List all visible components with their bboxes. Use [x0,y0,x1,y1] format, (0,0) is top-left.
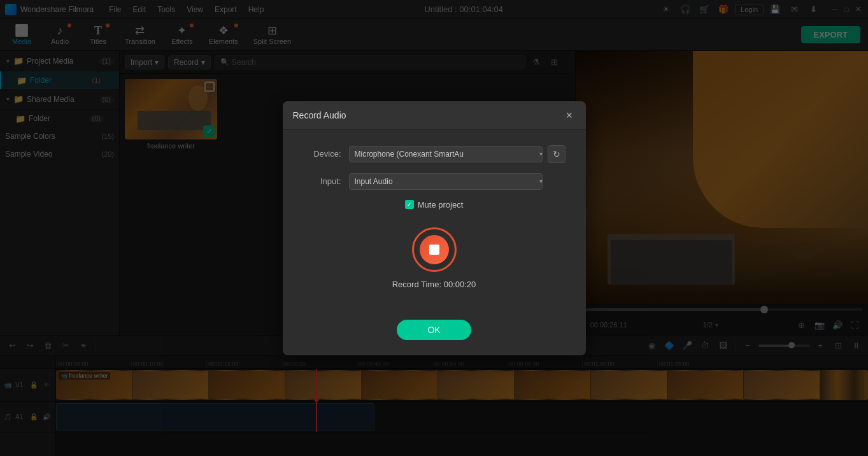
record-stop-inner [420,235,449,264]
device-refresh-button[interactable]: ↻ [548,145,566,163]
mute-checkbox[interactable]: ✓ [405,200,414,209]
mute-row: ✓ Mute project [303,200,566,210]
device-row: Device: Microphone (Conexant SmartAu ▾ ↻ [303,145,566,163]
device-select[interactable]: Microphone (Conexant SmartAu [349,146,543,162]
modal-close-button[interactable]: ✕ [563,109,576,122]
input-select[interactable]: Input Audio [349,173,543,190]
record-time-display: Record Time: 00:00:20 [392,280,476,289]
mute-checkbox-wrap[interactable]: ✓ Mute project [405,200,464,210]
stop-icon [429,245,439,255]
modal-overlay[interactable]: Record Audio ✕ Device: Microphone (Conex… [0,0,868,456]
ok-button[interactable]: OK [397,320,471,340]
modal-title: Record Audio [293,110,563,120]
record-button-area: Record Time: 00:00:20 [303,227,566,289]
input-label: Input: [303,176,341,186]
device-select-wrap: Microphone (Conexant SmartAu ▾ ↻ [349,145,566,163]
input-select-wrap: Input Audio ▾ [349,173,566,190]
modal-footer: OK [283,320,586,355]
modal-body: Device: Microphone (Conexant SmartAu ▾ ↻… [283,130,586,320]
mute-checkbox-label: Mute project [418,200,464,210]
record-audio-dialog: Record Audio ✕ Device: Microphone (Conex… [283,101,586,355]
device-label: Device: [303,149,341,159]
modal-header: Record Audio ✕ [283,101,586,130]
record-stop-button[interactable] [412,227,457,272]
input-row: Input: Input Audio ▾ [303,173,566,190]
